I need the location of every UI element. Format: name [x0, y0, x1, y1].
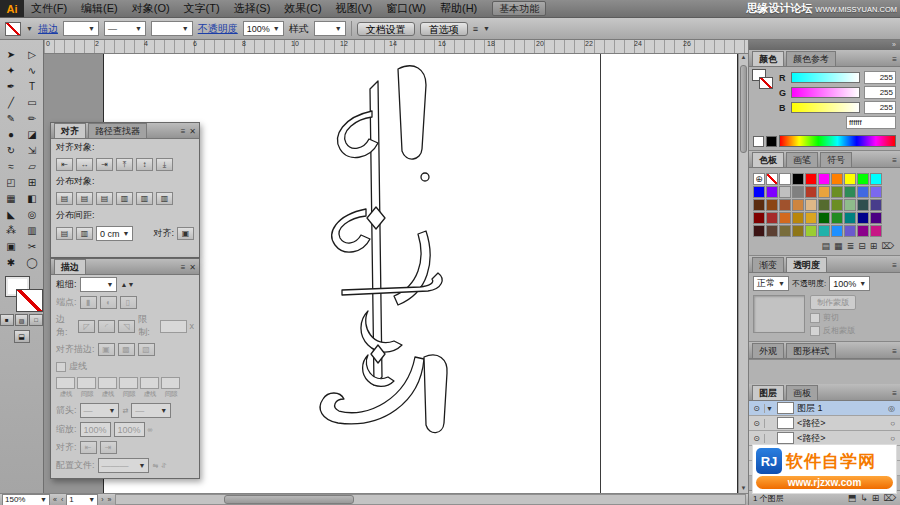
swatch[interactable] — [818, 212, 830, 224]
rotate-tool[interactable]: ↻ — [1, 142, 22, 158]
align-stroke-center-button[interactable]: ▣ — [98, 343, 115, 356]
swatch[interactable] — [766, 212, 778, 224]
eraser-tool[interactable]: ◪ — [22, 126, 43, 142]
hand-tool[interactable]: ✱ — [1, 254, 22, 270]
swatch[interactable] — [766, 199, 778, 211]
spacing-button[interactable]: ▤ — [56, 227, 73, 240]
tab-color[interactable]: 颜色 — [752, 51, 784, 66]
swatch[interactable] — [766, 186, 778, 198]
distribute-button[interactable]: ▥ — [136, 192, 153, 205]
dash-field[interactable]: 间隙 — [119, 377, 138, 399]
butt-cap-button[interactable]: ▮ — [80, 296, 97, 309]
tab-gradient[interactable]: 渐变 — [752, 257, 784, 272]
swatch[interactable] — [753, 225, 765, 237]
invert-mask-checkbox[interactable]: 反相蒙版 — [810, 325, 856, 336]
make-clipping-mask-icon[interactable]: ⬒ — [848, 493, 857, 503]
style-select[interactable]: ▼ — [314, 21, 346, 36]
dash-field[interactable]: 虚线 — [140, 377, 159, 399]
panel-menu-icon[interactable]: ≡ — [892, 156, 897, 165]
swatch-options-icon[interactable]: ≣ — [847, 241, 855, 251]
swatch[interactable] — [805, 212, 817, 224]
swatch[interactable] — [818, 199, 830, 211]
swatch[interactable] — [857, 199, 869, 211]
tab-graphic-styles[interactable]: 图形样式 — [786, 343, 836, 358]
swatch[interactable] — [831, 225, 843, 237]
swatch[interactable] — [857, 173, 869, 185]
dash-input[interactable] — [161, 377, 180, 389]
slice-tool[interactable]: ✂ — [22, 238, 43, 254]
new-layer-icon[interactable]: ⊞ — [872, 493, 880, 503]
visibility-eye-icon[interactable]: ⊙ — [749, 419, 765, 428]
align-stroke-outside-button[interactable]: ▧ — [138, 343, 155, 356]
path-name[interactable]: <路径> — [797, 432, 826, 445]
swatch[interactable] — [870, 199, 882, 211]
preferences-button[interactable]: 首选项 — [420, 22, 468, 36]
arrow-align-tip-button[interactable]: ⇤ — [80, 441, 97, 454]
swatch[interactable] — [818, 186, 830, 198]
swatch[interactable] — [792, 173, 804, 185]
scale-tool[interactable]: ⇲ — [22, 142, 43, 158]
selection-tool[interactable]: ➤ — [1, 46, 22, 62]
dash-input[interactable] — [98, 377, 117, 389]
delete-swatch-icon[interactable]: ⌦ — [881, 241, 894, 251]
swatch[interactable] — [805, 173, 817, 185]
blob-brush-tool[interactable]: ● — [1, 126, 22, 142]
swatch[interactable] — [870, 173, 882, 185]
spacing-button[interactable]: ▥ — [76, 227, 93, 240]
tab-align[interactable]: 对齐 — [54, 123, 86, 138]
flip-across-icon[interactable]: ⥯ — [161, 462, 166, 470]
target-circle-icon[interactable]: ◎ — [888, 404, 895, 413]
tab-pathfinder[interactable]: 路径查找器 — [88, 123, 147, 138]
menu-item[interactable]: 效果(C) — [277, 1, 328, 16]
prev-artboard-icon[interactable]: ‹ — [60, 496, 64, 503]
menu-item[interactable]: 文件(F) — [24, 1, 74, 16]
visibility-eye-icon[interactable]: ⊙ — [749, 434, 765, 443]
horizontal-scroll-thumb[interactable] — [224, 495, 354, 504]
menu-item[interactable]: 窗口(W) — [379, 1, 433, 16]
close-icon[interactable]: ✕ — [189, 127, 196, 136]
paintbrush-tool[interactable]: ✎ — [1, 110, 22, 126]
sublayer-row[interactable]: ⊙ <路径> ○ — [749, 416, 900, 431]
vertical-scrollbar[interactable]: ▲ ▼ — [738, 53, 748, 493]
swatch[interactable] — [831, 199, 843, 211]
delete-layer-icon[interactable]: ⌦ — [883, 493, 896, 503]
align-button[interactable]: ⇤ — [56, 158, 73, 171]
arrow-align-end-button[interactable]: ⇥ — [100, 441, 117, 454]
swatch[interactable] — [857, 186, 869, 198]
tab-artboards[interactable]: 画板 — [786, 385, 818, 400]
channel-value-field[interactable]: 255 — [864, 101, 896, 114]
dash-field[interactable]: 间隙 — [77, 377, 96, 399]
tab-appearance[interactable]: 外观 — [752, 343, 784, 358]
swatch[interactable] — [831, 212, 843, 224]
channel-slider[interactable] — [791, 102, 860, 113]
dash-input[interactable] — [119, 377, 138, 389]
collapse-dock-icon[interactable]: » — [892, 41, 896, 48]
miter-limit-field[interactable] — [160, 320, 186, 333]
line-tool[interactable]: ╱ — [1, 94, 22, 110]
layer-thumbnail[interactable] — [777, 402, 794, 414]
dash-field[interactable]: 间隙 — [161, 377, 180, 399]
panel-menu-icon[interactable]: ≡ — [892, 347, 897, 356]
vertical-scroll-thumb[interactable] — [740, 65, 747, 153]
scroll-up-icon[interactable]: ▲ — [739, 53, 748, 62]
workspace-switcher[interactable]: 基本功能 — [492, 1, 546, 16]
eyedropper-tool[interactable]: ◣ — [1, 206, 22, 222]
new-swatch-icon[interactable]: ⊞ — [870, 241, 878, 251]
swatch-kinds-icon[interactable]: ▦ — [834, 241, 843, 251]
align-button[interactable]: ⤒ — [116, 158, 133, 171]
align-to-button[interactable]: ▣ — [177, 227, 194, 240]
swatch[interactable] — [844, 173, 856, 185]
align-panel-header[interactable]: 对齐 路径查找器 ≡ ✕ — [51, 123, 199, 139]
dash-input[interactable] — [77, 377, 96, 389]
swatch[interactable] — [753, 199, 765, 211]
expand-caret-icon[interactable]: ▼ — [765, 405, 774, 412]
stroke-link[interactable]: 描边 — [38, 22, 58, 36]
flip-along-icon[interactable]: ⇋ — [152, 462, 158, 470]
projecting-cap-button[interactable]: ▯ — [120, 296, 137, 309]
stroke-color-swatch[interactable] — [5, 22, 21, 36]
swatch[interactable] — [792, 199, 804, 211]
artwork-calligraphy[interactable] — [306, 59, 456, 437]
new-color-group-icon[interactable]: ⊟ — [858, 241, 866, 251]
swatch[interactable] — [870, 225, 882, 237]
artboard-navigation-select[interactable]: 1▼ — [66, 494, 98, 505]
